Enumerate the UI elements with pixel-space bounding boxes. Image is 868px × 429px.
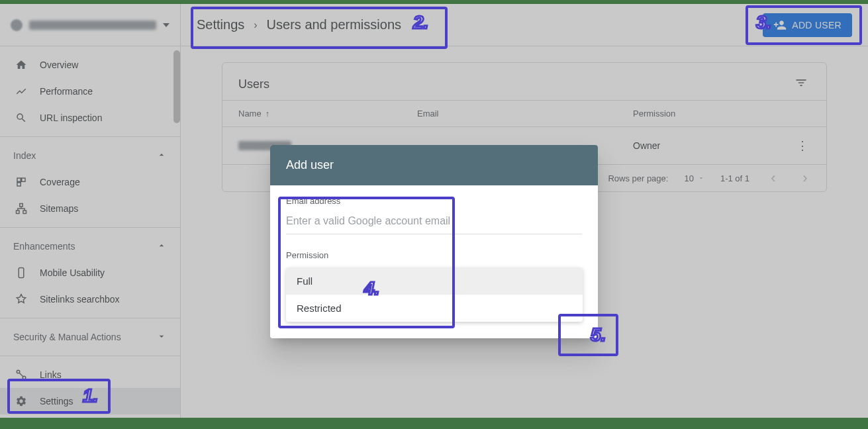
email-input[interactable] [286,211,582,234]
permission-option-full[interactable]: Full [286,267,583,295]
permission-label: Permission [286,250,582,260]
email-label: Email address [286,196,582,206]
permission-option-restricted[interactable]: Restricted [286,295,583,322]
permission-dropdown-menu: Full Restricted [286,267,583,322]
dialog-body: Email address Permission [270,185,598,260]
add-user-dialog: Add user Email address Permission Full R… [270,145,598,338]
dialog-title: Add user [270,145,598,185]
